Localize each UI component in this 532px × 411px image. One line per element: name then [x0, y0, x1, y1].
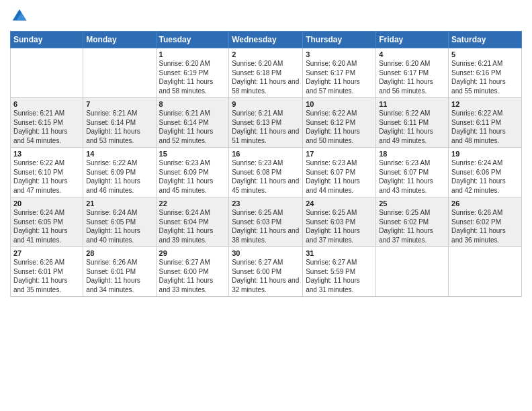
calendar-cell: 12Sunrise: 6:22 AMSunset: 6:11 PMDayligh…: [449, 98, 522, 148]
calendar-cell: 1Sunrise: 6:20 AMSunset: 6:19 PMDaylight…: [156, 48, 229, 98]
calendar-cell: 27Sunrise: 6:26 AMSunset: 6:01 PMDayligh…: [11, 247, 83, 297]
page: SundayMondayTuesdayWednesdayThursdayFrid…: [0, 0, 532, 411]
calendar-week-row: 20Sunrise: 6:24 AMSunset: 6:05 PMDayligh…: [11, 197, 522, 247]
logo: [10, 7, 32, 26]
day-info: Sunrise: 6:23 AMSunset: 6:09 PMDaylight:…: [159, 158, 226, 195]
day-number: 28: [86, 249, 152, 257]
day-info: Sunrise: 6:23 AMSunset: 6:07 PMDaylight:…: [306, 158, 373, 195]
day-info: Sunrise: 6:20 AMSunset: 6:19 PMDaylight:…: [159, 59, 226, 95]
day-number: 16: [232, 150, 300, 158]
day-info: Sunrise: 6:22 AMSunset: 6:12 PMDaylight:…: [306, 109, 373, 145]
day-info: Sunrise: 6:24 AMSunset: 6:04 PMDaylight:…: [159, 208, 226, 244]
calendar-cell: 8Sunrise: 6:21 AMSunset: 6:14 PMDaylight…: [156, 98, 229, 148]
col-header-monday: Monday: [83, 32, 156, 48]
day-info: Sunrise: 6:22 AMSunset: 6:09 PMDaylight:…: [86, 158, 152, 195]
day-number: 5: [451, 50, 519, 58]
calendar-cell: 13Sunrise: 6:22 AMSunset: 6:10 PMDayligh…: [11, 148, 83, 197]
calendar-table: SundayMondayTuesdayWednesdayThursdayFrid…: [10, 31, 522, 297]
day-number: 7: [86, 100, 152, 108]
day-info: Sunrise: 6:20 AMSunset: 6:17 PMDaylight:…: [379, 59, 445, 95]
calendar-cell: 30Sunrise: 6:27 AMSunset: 6:00 PMDayligh…: [229, 247, 303, 297]
day-number: 15: [159, 150, 226, 158]
calendar-cell: 16Sunrise: 6:23 AMSunset: 6:08 PMDayligh…: [229, 148, 303, 197]
calendar-cell: 25Sunrise: 6:25 AMSunset: 6:02 PMDayligh…: [376, 197, 449, 247]
day-info: Sunrise: 6:27 AMSunset: 5:59 PMDaylight:…: [306, 258, 373, 294]
day-number: 12: [451, 100, 519, 108]
header: [10, 7, 522, 26]
calendar-cell: 10Sunrise: 6:22 AMSunset: 6:12 PMDayligh…: [303, 98, 376, 148]
day-number: 29: [159, 249, 226, 257]
calendar-week-row: 27Sunrise: 6:26 AMSunset: 6:01 PMDayligh…: [11, 247, 522, 297]
day-info: Sunrise: 6:24 AMSunset: 6:06 PMDaylight:…: [451, 158, 519, 195]
day-info: Sunrise: 6:26 AMSunset: 6:01 PMDaylight:…: [13, 258, 80, 294]
day-info: Sunrise: 6:22 AMSunset: 6:10 PMDaylight:…: [13, 158, 80, 195]
day-info: Sunrise: 6:20 AMSunset: 6:18 PMDaylight:…: [232, 59, 300, 95]
day-info: Sunrise: 6:23 AMSunset: 6:07 PMDaylight:…: [379, 158, 445, 195]
col-header-saturday: Saturday: [449, 32, 522, 48]
day-number: 31: [306, 249, 373, 257]
calendar-cell: 9Sunrise: 6:21 AMSunset: 6:13 PMDaylight…: [229, 98, 303, 148]
day-number: 11: [379, 100, 445, 108]
calendar-cell: 29Sunrise: 6:27 AMSunset: 6:00 PMDayligh…: [156, 247, 229, 297]
day-number: 9: [232, 100, 300, 108]
day-number: 22: [159, 199, 226, 208]
day-number: 3: [306, 50, 373, 58]
logo-icon: [10, 7, 29, 26]
day-number: 20: [13, 199, 80, 208]
calendar-cell: 2Sunrise: 6:20 AMSunset: 6:18 PMDaylight…: [229, 48, 303, 98]
day-number: 27: [13, 249, 80, 257]
day-number: 18: [379, 150, 445, 158]
day-info: Sunrise: 6:26 AMSunset: 6:02 PMDaylight:…: [451, 208, 519, 244]
day-number: 14: [86, 150, 152, 158]
day-number: 25: [379, 199, 445, 208]
day-number: 19: [451, 150, 519, 158]
day-number: 13: [13, 150, 80, 158]
day-info: Sunrise: 6:25 AMSunset: 6:03 PMDaylight:…: [232, 208, 300, 244]
calendar-cell: 18Sunrise: 6:23 AMSunset: 6:07 PMDayligh…: [376, 148, 449, 197]
day-info: Sunrise: 6:21 AMSunset: 6:14 PMDaylight:…: [159, 109, 226, 145]
col-header-thursday: Thursday: [303, 32, 376, 48]
day-number: 2: [232, 50, 300, 58]
calendar-week-row: 6Sunrise: 6:21 AMSunset: 6:15 PMDaylight…: [11, 98, 522, 148]
calendar-cell: 19Sunrise: 6:24 AMSunset: 6:06 PMDayligh…: [449, 148, 522, 197]
day-number: 24: [306, 199, 373, 208]
calendar-cell: 11Sunrise: 6:22 AMSunset: 6:11 PMDayligh…: [376, 98, 449, 148]
day-number: 26: [451, 199, 519, 208]
day-info: Sunrise: 6:24 AMSunset: 6:05 PMDaylight:…: [13, 208, 80, 244]
calendar-cell: [11, 48, 83, 98]
day-info: Sunrise: 6:21 AMSunset: 6:13 PMDaylight:…: [232, 109, 300, 145]
day-number: 8: [159, 100, 226, 108]
col-header-wednesday: Wednesday: [229, 32, 303, 48]
calendar-cell: [449, 247, 522, 297]
day-info: Sunrise: 6:24 AMSunset: 6:05 PMDaylight:…: [86, 208, 152, 244]
day-info: Sunrise: 6:21 AMSunset: 6:15 PMDaylight:…: [13, 109, 80, 145]
day-number: 4: [379, 50, 445, 58]
calendar-cell: 3Sunrise: 6:20 AMSunset: 6:17 PMDaylight…: [303, 48, 376, 98]
day-number: 6: [13, 100, 80, 108]
calendar-cell: 21Sunrise: 6:24 AMSunset: 6:05 PMDayligh…: [83, 197, 156, 247]
day-info: Sunrise: 6:22 AMSunset: 6:11 PMDaylight:…: [451, 109, 519, 145]
calendar-header-row: SundayMondayTuesdayWednesdayThursdayFrid…: [11, 32, 522, 48]
day-info: Sunrise: 6:27 AMSunset: 6:00 PMDaylight:…: [159, 258, 226, 294]
calendar-cell: 6Sunrise: 6:21 AMSunset: 6:15 PMDaylight…: [11, 98, 83, 148]
calendar-cell: 26Sunrise: 6:26 AMSunset: 6:02 PMDayligh…: [449, 197, 522, 247]
day-info: Sunrise: 6:20 AMSunset: 6:17 PMDaylight:…: [306, 59, 373, 95]
calendar-cell: 31Sunrise: 6:27 AMSunset: 5:59 PMDayligh…: [303, 247, 376, 297]
col-header-friday: Friday: [376, 32, 449, 48]
day-info: Sunrise: 6:23 AMSunset: 6:08 PMDaylight:…: [232, 158, 300, 195]
col-header-sunday: Sunday: [11, 32, 83, 48]
calendar-week-row: 13Sunrise: 6:22 AMSunset: 6:10 PMDayligh…: [11, 148, 522, 197]
day-info: Sunrise: 6:25 AMSunset: 6:02 PMDaylight:…: [379, 208, 445, 244]
day-info: Sunrise: 6:27 AMSunset: 6:00 PMDaylight:…: [232, 258, 300, 294]
calendar-cell: 7Sunrise: 6:21 AMSunset: 6:14 PMDaylight…: [83, 98, 156, 148]
calendar-cell: 15Sunrise: 6:23 AMSunset: 6:09 PMDayligh…: [156, 148, 229, 197]
day-number: 10: [306, 100, 373, 108]
day-number: 30: [232, 249, 300, 257]
calendar-cell: 4Sunrise: 6:20 AMSunset: 6:17 PMDaylight…: [376, 48, 449, 98]
calendar-cell: 20Sunrise: 6:24 AMSunset: 6:05 PMDayligh…: [11, 197, 83, 247]
calendar-cell: [376, 247, 449, 297]
day-info: Sunrise: 6:22 AMSunset: 6:11 PMDaylight:…: [379, 109, 445, 145]
day-number: 1: [159, 50, 226, 58]
calendar-cell: 23Sunrise: 6:25 AMSunset: 6:03 PMDayligh…: [229, 197, 303, 247]
calendar-cell: 28Sunrise: 6:26 AMSunset: 6:01 PMDayligh…: [83, 247, 156, 297]
